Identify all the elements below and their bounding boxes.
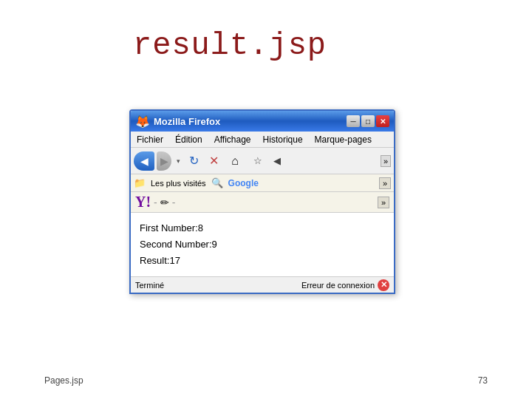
firefox-icon: 🦊 — [135, 115, 150, 129]
menu-fichier[interactable]: Fichier — [134, 133, 166, 146]
yahoo-separator2: - — [172, 197, 176, 208]
footer-filename: Pages.jsp — [44, 375, 83, 386]
bookmarks-bar: 📁 Les plus visités 🔍 Google » — [131, 174, 394, 192]
menu-bar: Fichier Édition Affichage Historique Mar… — [131, 132, 394, 148]
error-icon: ✕ — [378, 279, 389, 291]
back-icon: ◀ — [140, 155, 149, 167]
home-button[interactable]: ⌂ — [225, 151, 245, 171]
bookmark-star-button[interactable]: ☆ — [249, 151, 267, 171]
home-icon: ⌂ — [231, 154, 239, 168]
menu-affichage[interactable]: Affichage — [211, 133, 254, 146]
result-line: Result:17 — [140, 253, 385, 269]
status-text: Terminé — [135, 281, 164, 290]
google-search-icon: 🔍 — [211, 177, 223, 188]
title-bar-text: Mozilla Firefox — [154, 116, 347, 127]
nav-bar: ◀ ▶ ▾ ↻ ✕ ⌂ ☆ ◀ » — [131, 148, 394, 174]
menu-edition[interactable]: Édition — [172, 133, 205, 146]
yahoo-edit-icon[interactable]: ✏ — [160, 197, 169, 208]
second-number-line: Second Number:9 — [140, 236, 385, 253]
minimize-button[interactable]: ─ — [347, 115, 360, 127]
stop-icon: ✕ — [209, 154, 219, 168]
address-bar-group: ☆ ◀ — [249, 151, 286, 171]
bookmark-prev-button[interactable]: ◀ — [268, 151, 286, 171]
browser-window: 🦊 Mozilla Firefox ─ □ ✕ Fichier Édition … — [129, 109, 395, 294]
slide-footer: Pages.jsp 73 — [0, 375, 532, 386]
status-right: Erreur de connexion ✕ — [301, 279, 389, 291]
yahoo-more-button[interactable]: » — [378, 197, 389, 208]
status-bar: Terminé Erreur de connexion ✕ — [131, 276, 394, 293]
google-bookmark[interactable]: Google — [226, 177, 261, 189]
bookmark-folder-icon: 📁 — [134, 177, 146, 188]
back-button[interactable]: ◀ — [134, 151, 154, 171]
menu-marque-pages[interactable]: Marque-pages — [312, 133, 375, 146]
menu-historique[interactable]: Historique — [260, 133, 306, 146]
nav-overflow-button[interactable]: » — [381, 155, 391, 167]
most-visited-item[interactable]: Les plus visités — [149, 178, 208, 188]
yahoo-toolbar: Y! - ✏ - » — [131, 192, 394, 213]
first-number-line: First Number:8 — [140, 220, 385, 236]
title-bar-buttons: ─ □ ✕ — [347, 115, 389, 127]
yahoo-logo: Y! — [135, 194, 151, 211]
footer-page-number: 73 — [478, 375, 488, 386]
forward-icon: ▶ — [160, 155, 168, 167]
nav-dropdown[interactable]: ▾ — [174, 151, 183, 171]
forward-button[interactable]: ▶ — [157, 151, 171, 171]
maximize-button[interactable]: □ — [361, 115, 375, 127]
stop-button[interactable]: ✕ — [205, 151, 222, 171]
bookmarks-more-button[interactable]: » — [379, 177, 391, 189]
title-bar: 🦊 Mozilla Firefox ─ □ ✕ — [131, 111, 394, 132]
slide-title: result.jsp — [133, 28, 327, 64]
yahoo-separator: - — [154, 197, 157, 208]
refresh-icon: ↻ — [189, 154, 199, 168]
content-area: First Number:8 Second Number:9 Result:17 — [131, 213, 394, 276]
connection-error-text: Erreur de connexion — [301, 281, 375, 290]
close-button[interactable]: ✕ — [376, 115, 389, 127]
refresh-button[interactable]: ↻ — [185, 151, 202, 171]
